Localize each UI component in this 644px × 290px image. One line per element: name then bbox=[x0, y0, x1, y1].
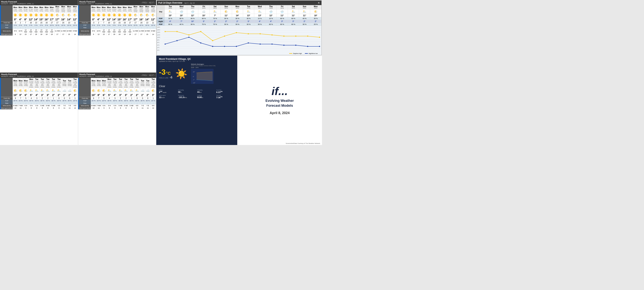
hist-val-9: 9° bbox=[193, 76, 194, 77]
visibility-value: 44 bbox=[197, 91, 200, 93]
cw-temp-unit: °C bbox=[166, 71, 171, 76]
cw-temp: -3 bbox=[159, 68, 166, 76]
svg-point-31 bbox=[248, 42, 249, 44]
svg-point-11 bbox=[176, 31, 178, 32]
hourly-bottom-date: MONDAY, APRIL 8 - THURSDAY, APRIL 11 bbox=[1, 75, 34, 77]
ceiling-item: Ceiling 9100m bbox=[197, 94, 216, 99]
legend-night: Nighttime low bbox=[309, 53, 318, 54]
svg-point-27 bbox=[200, 42, 201, 44]
cw-sun-icon: ☀️ bbox=[175, 69, 188, 79]
windgust-label: Wind gust bbox=[159, 94, 178, 96]
visibility-label: Visibility bbox=[197, 89, 216, 91]
hist-val-neg23: -23° bbox=[193, 82, 195, 84]
hist-apr: APR bbox=[196, 67, 198, 68]
svg-point-30 bbox=[236, 46, 237, 47]
humidity-unit: % bbox=[180, 91, 182, 93]
night-label: Night bbox=[157, 20, 165, 23]
svg-point-26 bbox=[188, 37, 190, 38]
if-title: if... bbox=[272, 86, 288, 97]
overview-subtitle: Apr 9 - Apr 22 bbox=[184, 2, 195, 4]
windgust-unit: km/h bbox=[161, 97, 165, 98]
close-button[interactable]: ✕ bbox=[318, 1, 320, 4]
hist-val-25: 25° bbox=[193, 71, 195, 73]
pressure-label: Pressure bbox=[178, 94, 196, 96]
hourly-bottom2-nav[interactable]: ‹ PREV NEXT › bbox=[141, 74, 155, 76]
if-panel: if... Evolving WeatherForecast Models Ap… bbox=[237, 56, 322, 145]
svg-point-15 bbox=[224, 36, 225, 37]
if-date: April 8, 2024 bbox=[270, 111, 290, 115]
hourly-top-title: Hourly Forecast bbox=[1, 1, 34, 3]
svg-point-37 bbox=[319, 46, 320, 47]
windgust-item: Wind gust 12km/h bbox=[159, 94, 178, 99]
screenshot-credit: Screenshot/Data Courtesy of The Weather … bbox=[286, 142, 320, 144]
ceiling-label: Ceiling bbox=[197, 94, 216, 96]
current-weather-panel: Mont-Tremblant-Village, QC Updated on Mo… bbox=[156, 56, 237, 145]
svg-point-19 bbox=[272, 34, 273, 36]
svg-point-34 bbox=[284, 45, 284, 46]
svg-point-14 bbox=[212, 40, 213, 41]
historic-label: Historic Averages: bbox=[191, 63, 235, 65]
sunrise-item: Sunrise 6:23AM bbox=[216, 89, 235, 93]
wind-label: Wind bbox=[159, 89, 178, 91]
hourly-top-date: MONDAY, APRIL 8 - THURSDAY, APRIL 11 bbox=[1, 3, 34, 5]
day-label: Day bbox=[157, 10, 165, 14]
chart-legend: Daytime high Nighttime low bbox=[289, 53, 318, 54]
pressure-value: ↑101.9 bbox=[178, 96, 184, 98]
hourly-bottom-section: Hourly Forecast MONDAY, APRIL 8 - THURSD… bbox=[0, 72, 78, 145]
hourly-top2-title: Hourly Forecast bbox=[79, 1, 112, 3]
wind-dir: NW bbox=[160, 91, 162, 92]
windgust-value: 12 bbox=[159, 96, 161, 98]
hourly-top-table: Mon 8 am Sunny Mon 9 am Sunny Mon 10 am … bbox=[1, 5, 78, 36]
svg-marker-38 bbox=[196, 72, 212, 81]
if-subtitle: Evolving WeatherForecast Models bbox=[266, 98, 294, 108]
sunset-unit: PM bbox=[220, 96, 222, 97]
svg-point-12 bbox=[188, 34, 190, 36]
night-pop-label: POP bbox=[157, 23, 165, 26]
svg-point-21 bbox=[295, 36, 296, 37]
svg-point-33 bbox=[272, 44, 273, 45]
hist-mar: MAR bbox=[191, 67, 194, 68]
hist-val-neg7: -7° bbox=[193, 79, 194, 80]
hourly-top2-date: MONDAY, APRIL 8 - THURSDAY, APRIL 11 bbox=[79, 3, 112, 5]
hourly-bottom-header: Hourly Forecast MONDAY, APRIL 8 - THURSD… bbox=[0, 73, 78, 78]
svg-point-25 bbox=[176, 40, 178, 41]
hourly-bottom-table: Mon 8 pm Partly cloudy Mon 9 pm Partly c… bbox=[1, 78, 78, 109]
cw-condition: Clear bbox=[159, 85, 235, 88]
svg-point-32 bbox=[260, 44, 261, 45]
chart-y-axis: 18°C16°C14°C12°C10°C8°C6°C4°C2°C0°C bbox=[157, 26, 163, 52]
next-btn[interactable]: NEXT › bbox=[149, 2, 155, 4]
historic-sub: (Dash Lines Indicate Common Wind Chill) bbox=[191, 65, 235, 66]
pressure-item: Pressure ↑101.9kPa bbox=[178, 94, 196, 99]
svg-point-18 bbox=[260, 33, 261, 34]
prev-btn2[interactable]: ‹ PREV bbox=[141, 74, 147, 76]
wind-item: Wind 8NW km/h bbox=[159, 89, 178, 93]
pop-label: POP bbox=[157, 17, 165, 20]
cw-feels-label: FEELS LIKE -6 bbox=[159, 76, 172, 79]
sunrise-label: Sunrise bbox=[216, 89, 235, 91]
overview-panel: Full 14 Days Overview Apr 9 - Apr 22 ✕ T… bbox=[157, 1, 322, 55]
svg-point-20 bbox=[284, 36, 284, 37]
hourly-top2-nav[interactable]: ‹ PREV NEXT › bbox=[141, 2, 155, 4]
next-btn2[interactable]: NEXT › bbox=[149, 74, 155, 76]
ceiling-unit: m bbox=[202, 97, 203, 98]
svg-point-29 bbox=[224, 46, 225, 47]
visibility-unit: km bbox=[200, 91, 202, 93]
sunset-value: 7:36 bbox=[216, 96, 220, 98]
hourly-bottom2-table: Mon 8 pm Partly cloudy Mon 9 pm Partly c… bbox=[79, 78, 156, 109]
overview-title: Full 14 Days Overview bbox=[158, 2, 182, 4]
ceiling-value: 9100 bbox=[197, 96, 202, 98]
svg-point-17 bbox=[248, 33, 249, 34]
sunset-item: Sunset 7:36PM bbox=[216, 94, 235, 99]
overview-header: Full 14 Days Overview Apr 9 - Apr 22 ✕ bbox=[157, 1, 322, 5]
hourly-bottom-title: Hourly Forecast bbox=[1, 73, 34, 75]
cw-location: Mont-Tremblant-Village, QC bbox=[159, 58, 235, 60]
sunrise-value: 6:23 bbox=[216, 91, 220, 93]
sunset-label: Sunset bbox=[216, 94, 235, 96]
hourly-top2-table: Mon 8 am Sunny Mon 9 am Sunny Mon 10 am … bbox=[79, 5, 156, 36]
wind-unit: km/h bbox=[163, 92, 166, 93]
svg-point-22 bbox=[307, 36, 308, 37]
humidity-item: Humidity 58% bbox=[178, 89, 196, 93]
prev-btn[interactable]: ‹ PREV bbox=[141, 2, 147, 4]
hourly-top-section: Hourly Forecast MONDAY, APRIL 8 - THURSD… bbox=[0, 0, 78, 72]
hourly-bottom2-date: MONDAY, APRIL 8 - THURSDAY, APRIL 11 bbox=[79, 75, 112, 77]
